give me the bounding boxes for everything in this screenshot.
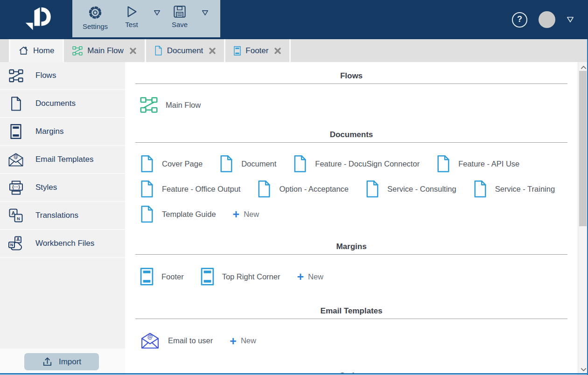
close-icon[interactable] xyxy=(274,48,281,54)
list-item-top-right-corner[interactable]: Top Right Corner xyxy=(201,268,280,285)
section-rows-flows: Main Flow xyxy=(140,96,568,114)
document-icon xyxy=(219,155,233,173)
translations-icon: AN xyxy=(7,208,25,222)
list-item-feature-office-output[interactable]: Feature - Office Output xyxy=(140,180,240,198)
styles-icon: {···} xyxy=(7,181,25,195)
email-icon: @ xyxy=(7,153,25,167)
list-item-template-guide[interactable]: Template Guide xyxy=(140,205,216,223)
new-button-label: New xyxy=(308,272,323,281)
workbench-icon: AN xyxy=(8,236,24,251)
account-menu-button[interactable] xyxy=(567,16,574,23)
document-icon xyxy=(140,205,154,223)
sidebar-item-label: Flows xyxy=(35,71,56,80)
top-bar: SettingsTestSave ? xyxy=(0,0,588,39)
list-item-label: Footer xyxy=(161,272,184,281)
scrollbar-thumb[interactable] xyxy=(579,71,587,226)
gear-icon xyxy=(88,5,103,20)
chevron-down-icon xyxy=(581,368,587,372)
close-icon[interactable] xyxy=(209,48,216,54)
help-button[interactable]: ? xyxy=(512,12,527,28)
test-dropdown-arrow[interactable] xyxy=(154,10,161,16)
sidebar-item-translations[interactable]: ANTranslations xyxy=(0,202,125,230)
tab-document[interactable]: Document xyxy=(145,39,224,62)
document-icon xyxy=(219,155,233,173)
list-item-label: Service - Training xyxy=(495,185,555,194)
email-icon: @ xyxy=(140,332,160,349)
list-item-option-acceptance[interactable]: Option - Acceptance xyxy=(257,180,349,198)
svg-text:N: N xyxy=(10,243,14,247)
list-item-document[interactable]: Document xyxy=(219,155,276,173)
chevron-down-outline-icon xyxy=(154,10,161,16)
chevron-down-outline-icon xyxy=(202,10,209,16)
section-title-flows: Flows xyxy=(134,71,568,81)
document-icon xyxy=(154,46,162,56)
sidebar-item-workbench-files[interactable]: ANWorkbench Files xyxy=(0,230,125,258)
tab-home[interactable]: Home xyxy=(9,39,63,62)
section-title-documents: Documents xyxy=(134,130,568,139)
document-icon xyxy=(257,180,271,198)
sidebar-item-email-templates[interactable]: @Email Templates xyxy=(0,146,125,174)
list-item-cover-page[interactable]: Cover Page xyxy=(140,155,203,173)
list-item-service-training[interactable]: Service - Training xyxy=(473,180,555,198)
plus-icon: + xyxy=(233,209,240,219)
list-item-label: Main Flow xyxy=(166,101,201,110)
document-icon xyxy=(365,180,379,198)
import-button[interactable]: Import xyxy=(24,353,99,370)
scroll-down-button[interactable] xyxy=(578,366,588,373)
document-icon xyxy=(473,180,487,198)
close-icon xyxy=(130,48,136,54)
sidebar-item-label: Margins xyxy=(35,127,63,136)
list-item-footer[interactable]: Footer xyxy=(140,268,184,285)
list-item-email-to-user[interactable]: @Email to user xyxy=(140,332,213,349)
document-icon xyxy=(140,205,154,223)
settings-button[interactable]: Settings xyxy=(77,5,113,37)
list-item-main-flow[interactable]: Main Flow xyxy=(140,96,201,114)
list-item-label: Service - Consulting xyxy=(387,185,456,194)
svg-text:{···}: {···} xyxy=(12,184,20,189)
save-dropdown-arrow[interactable] xyxy=(202,10,209,16)
tab-footer[interactable]: Footer xyxy=(224,39,291,62)
list-item-feature-docusign-connector[interactable]: Feature - DocuSign Connector xyxy=(293,155,420,173)
tab-home-label: Home xyxy=(33,46,54,56)
margin-icon xyxy=(10,124,21,139)
svg-text:N: N xyxy=(17,216,20,221)
margin-icon xyxy=(201,268,214,285)
section-divider xyxy=(135,319,567,319)
chevron-down-outline-icon xyxy=(567,16,574,23)
sidebar-item-flows[interactable]: Flows xyxy=(0,62,125,90)
vertical-scrollbar[interactable] xyxy=(578,62,588,375)
app-window: SettingsTestSave ? HomeMain FlowDocument… xyxy=(0,0,588,375)
settings-button-main: Settings xyxy=(77,5,113,30)
close-icon[interactable] xyxy=(130,48,136,54)
sidebar-item-documents[interactable]: Documents xyxy=(0,90,125,118)
section-title-margins: Margins xyxy=(134,242,568,251)
email-icon: @ xyxy=(140,332,160,349)
document-icon xyxy=(140,180,154,198)
flow-icon xyxy=(9,69,23,83)
sidebar-item-label: Styles xyxy=(35,183,57,192)
play-icon xyxy=(126,5,138,18)
app-logo[interactable] xyxy=(0,0,72,39)
scroll-up-button[interactable] xyxy=(578,63,588,71)
new-margins-button[interactable]: +New xyxy=(297,272,323,281)
avatar[interactable] xyxy=(539,11,555,28)
app-logo-icon xyxy=(21,6,52,33)
section-divider xyxy=(135,83,567,84)
sidebar: FlowsDocumentsMargins@Email Templates{··… xyxy=(0,62,125,375)
new-documents-button[interactable]: +New xyxy=(233,209,259,219)
new-email-templates-button[interactable]: +New xyxy=(230,336,256,346)
document-icon xyxy=(7,97,25,111)
list-item-label: Top Right Corner xyxy=(222,272,280,281)
list-item-service-consulting[interactable]: Service - Consulting xyxy=(365,180,456,198)
save-button[interactable]: Save xyxy=(161,5,210,37)
new-button-label: New xyxy=(244,210,259,219)
list-item-feature-api-use[interactable]: Feature - API Use xyxy=(436,155,519,173)
sidebar-item-margins[interactable]: Margins xyxy=(0,118,125,146)
tab-main-flow[interactable]: Main Flow xyxy=(63,39,144,62)
sidebar-item-label: Email Templates xyxy=(35,155,93,164)
list-item-label: Template Guide xyxy=(162,210,216,219)
close-icon xyxy=(274,48,281,54)
test-button[interactable]: Test xyxy=(113,5,161,37)
flow-icon xyxy=(7,69,25,83)
sidebar-item-styles[interactable]: {···}Styles xyxy=(0,174,125,202)
